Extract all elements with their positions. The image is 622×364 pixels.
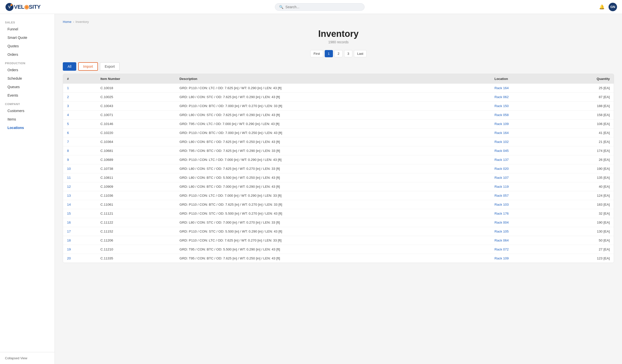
cell-item-number: C.10018 — [96, 84, 175, 93]
cell-num[interactable]: 13 — [63, 191, 96, 200]
cell-location[interactable]: Rack 062 — [490, 93, 554, 102]
svg-point-2 — [10, 4, 12, 6]
table-row: 19 C.11210 GRD: T95 / CON: BTC / OD: 5.5… — [63, 245, 614, 254]
table-row: 2 C.10025 GRD: L80 / CON: STC / OD: 7.62… — [63, 93, 614, 102]
sidebar-item-customers[interactable]: Customers — [0, 107, 55, 115]
pagination-first[interactable]: First — [310, 50, 323, 57]
cell-num[interactable]: 12 — [63, 182, 96, 191]
cell-num[interactable]: 8 — [63, 146, 96, 155]
cell-num[interactable]: 11 — [63, 173, 96, 182]
sidebar-item-smart-quote[interactable]: Smart Quote — [0, 33, 55, 42]
cell-quantity: 40 [EA] — [554, 182, 614, 191]
pagination-page-3[interactable]: 3 — [344, 50, 352, 57]
cell-num[interactable]: 1 — [63, 84, 96, 93]
table-row: 18 C.11206 GRD: P110 / CON: LTC / OD: 7.… — [63, 236, 614, 245]
export-button[interactable]: Export — [100, 62, 119, 71]
cell-location[interactable]: Rack 164 — [490, 128, 554, 137]
cell-num[interactable]: 5 — [63, 120, 96, 128]
cell-num[interactable]: 17 — [63, 227, 96, 236]
cell-location[interactable]: Rack 164 — [490, 84, 554, 93]
cell-quantity: 130 [EA] — [554, 227, 614, 236]
cell-location[interactable]: Rack 064 — [490, 236, 554, 245]
sidebar-collapsed-view[interactable]: Collapsed View — [0, 352, 55, 364]
cell-item-number: C.10025 — [96, 93, 175, 102]
cell-item-number: C.10071 — [96, 111, 175, 120]
sidebar-item-locations[interactable]: Locations — [0, 123, 55, 132]
table-row: 10 C.10738 GRD: L80 / CON: STC / OD: 7.6… — [63, 164, 614, 173]
breadcrumb: Home › Inventory — [63, 20, 614, 24]
sidebar-company-label: COMPANY — [0, 100, 55, 107]
cell-location[interactable]: Rack 072 — [490, 245, 554, 254]
cell-num[interactable]: 10 — [63, 164, 96, 173]
inventory-table: # Item Number Description Location Quant… — [63, 74, 614, 263]
sidebar-item-funnel[interactable]: Funnel — [0, 25, 55, 33]
search-icon: 🔍 — [279, 5, 283, 9]
pagination-last[interactable]: Last — [354, 50, 367, 57]
action-bar: All Import Export — [63, 62, 614, 71]
table-row: 8 C.10681 GRD: T95 / CON: BTC / OD: 7.62… — [63, 146, 614, 155]
cell-num[interactable]: 6 — [63, 128, 96, 137]
all-button[interactable]: All — [63, 62, 76, 71]
import-button[interactable]: Import — [78, 62, 98, 71]
breadcrumb-home[interactable]: Home — [63, 20, 72, 24]
table-row: 9 C.10689 GRD: P110 / CON: LTC / OD: 7.0… — [63, 155, 614, 164]
cell-num[interactable]: 15 — [63, 209, 96, 218]
table-row: 14 C.11061 GRD: P110 / CON: BTC / OD: 7.… — [63, 200, 614, 209]
table-header-row: # Item Number Description Location Quant… — [63, 74, 614, 84]
cell-location[interactable]: Rack 137 — [490, 155, 554, 164]
cell-location[interactable]: Rack 107 — [490, 173, 554, 182]
cell-location[interactable]: Rack 109 — [490, 254, 554, 263]
cell-description: GRD: L80 / CON: STC / OD: 7.625 [in] / W… — [175, 111, 490, 120]
cell-num[interactable]: 9 — [63, 155, 96, 164]
records-count: 1980 records — [63, 40, 614, 44]
cell-num[interactable]: 14 — [63, 200, 96, 209]
cell-num[interactable]: 20 — [63, 254, 96, 263]
inventory-table-container: # Item Number Description Location Quant… — [63, 74, 614, 263]
sidebar-item-items[interactable]: Items — [0, 115, 55, 123]
sidebar-item-orders-sales[interactable]: Orders — [0, 50, 55, 59]
search-input[interactable] — [285, 5, 360, 9]
cell-num[interactable]: 3 — [63, 102, 96, 111]
cell-item-number: C.11036 — [96, 191, 175, 200]
sidebar-item-quotes[interactable]: Quotes — [0, 42, 55, 50]
cell-num[interactable]: 7 — [63, 137, 96, 146]
cell-quantity: 123 [EA] — [554, 254, 614, 263]
cell-location[interactable]: Rack 119 — [490, 182, 554, 191]
svg-text:V: V — [8, 5, 11, 9]
cell-location[interactable]: Rack 105 — [490, 227, 554, 236]
cell-location[interactable]: Rack 045 — [490, 146, 554, 155]
cell-quantity: 183 [EA] — [554, 200, 614, 209]
cell-num[interactable]: 18 — [63, 236, 96, 245]
cell-location[interactable]: Rack 020 — [490, 164, 554, 173]
cell-location[interactable]: Rack 150 — [490, 102, 554, 111]
sidebar-item-queues[interactable]: Queues — [0, 83, 55, 91]
cell-quantity: 87 [EA] — [554, 93, 614, 102]
cell-num[interactable]: 19 — [63, 245, 96, 254]
col-item-number: Item Number — [96, 74, 175, 84]
cell-quantity: 188 [EA] — [554, 102, 614, 111]
cell-location[interactable]: Rack 109 — [490, 120, 554, 128]
pagination-page-2[interactable]: 2 — [334, 50, 343, 57]
breadcrumb-current: Inventory — [76, 20, 89, 24]
avatar[interactable]: GN — [609, 3, 617, 11]
cell-location[interactable]: Rack 057 — [490, 191, 554, 200]
logo: V VEL◉SITY — [5, 2, 41, 11]
cell-num[interactable]: 4 — [63, 111, 96, 120]
search-bar[interactable]: 🔍 — [275, 3, 365, 11]
cell-description: GRD: P110 / CON: LTC / OD: 7.000 [in] / … — [175, 191, 490, 200]
cell-location[interactable]: Rack 004 — [490, 218, 554, 227]
cell-location[interactable]: Rack 176 — [490, 209, 554, 218]
cell-location[interactable]: Rack 103 — [490, 200, 554, 209]
sidebar-item-orders-prod[interactable]: Orders — [0, 66, 55, 74]
notification-bell-icon[interactable]: 🔔 — [599, 4, 605, 10]
sidebar-item-events[interactable]: Events — [0, 91, 55, 100]
cell-item-number: C.11210 — [96, 245, 175, 254]
cell-num[interactable]: 16 — [63, 218, 96, 227]
cell-location[interactable]: Rack 102 — [490, 137, 554, 146]
sidebar-item-schedule[interactable]: Schedule — [0, 74, 55, 83]
pagination-page-1[interactable]: 1 — [325, 50, 333, 57]
cell-description: GRD: L80 / CON: STC / OD: 7.625 [in] / W… — [175, 164, 490, 173]
cell-num[interactable]: 2 — [63, 93, 96, 102]
table-row: 15 C.11121 GRD: P110 / CON: STC / OD: 5.… — [63, 209, 614, 218]
cell-location[interactable]: Rack 058 — [490, 111, 554, 120]
